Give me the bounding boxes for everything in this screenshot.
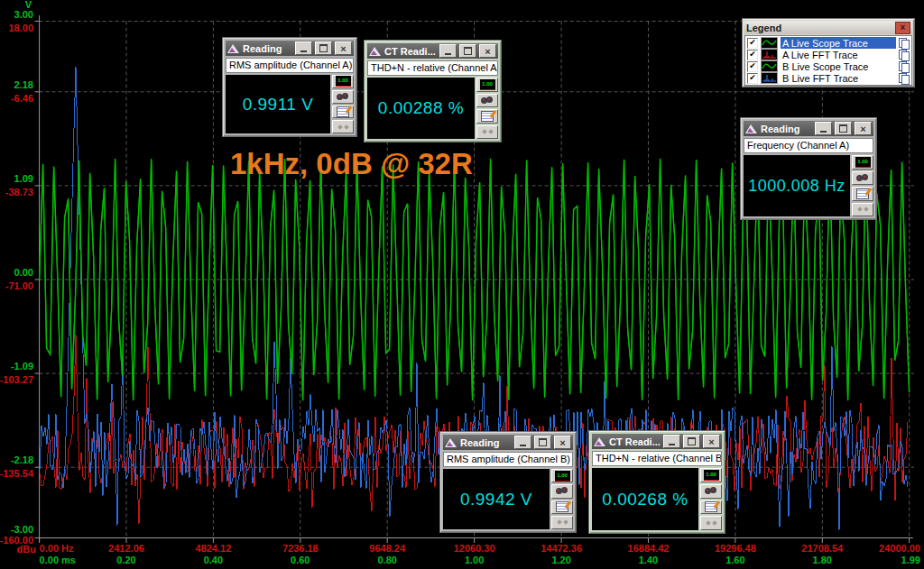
log-button[interactable]: [476, 109, 498, 124]
copy-trace-button[interactable]: [899, 38, 910, 49]
ct-reading-window-thdn-b[interactable]: CT Readi... × THD+N - relative (Channel …: [588, 430, 725, 534]
alarm-button[interactable]: [551, 484, 573, 498]
navigate-button[interactable]: [332, 120, 354, 133]
left-axis-labels: V3.0018.002.18-6.461.09-38.730.00-71.00-…: [0, 0, 36, 555]
display-format-icon: 1.00: [336, 76, 351, 87]
alarm-button[interactable]: [476, 94, 498, 108]
svg-text:18.00: 18.00: [8, 23, 33, 33]
navigate-icon: [858, 207, 868, 211]
minimize-icon: [445, 53, 451, 55]
maximize-button[interactable]: [315, 41, 332, 55]
legend-item-b-scope[interactable]: ✔ B Live Scope Trace: [746, 60, 910, 72]
close-button[interactable]: ×: [335, 41, 352, 55]
navigate-button[interactable]: [852, 203, 873, 217]
log-button[interactable]: [332, 106, 354, 119]
log-button[interactable]: [852, 187, 873, 201]
reading-window-frequency-a[interactable]: Reading × Frequency (Channel A) 1000.008…: [740, 117, 877, 220]
minimize-button[interactable]: [663, 435, 680, 448]
svg-text:21708.54: 21708.54: [801, 543, 844, 554]
window-titlebar[interactable]: CT Readi... ×: [592, 434, 722, 449]
svg-text:24000.00: 24000.00: [879, 543, 920, 554]
alarm-button[interactable]: [700, 484, 722, 499]
legend-item-label-area[interactable]: B Live FFT Trace: [781, 72, 896, 84]
legend-item-a-fft[interactable]: ✔ A Live FFT Trace: [746, 49, 910, 60]
reading-window-rms-a[interactable]: Reading × RMS amplitude (Channel A) 0.99…: [222, 37, 357, 137]
svg-text:1.00: 1.00: [465, 555, 484, 565]
minimize-button[interactable]: [514, 436, 531, 449]
close-button[interactable]: ×: [855, 122, 872, 135]
reading-display: 0.00268 %: [592, 468, 698, 530]
svg-text:1.99: 1.99: [901, 555, 920, 565]
window-titlebar[interactable]: Reading ×: [226, 41, 354, 56]
ct-reading-window-thdn-a[interactable]: CT Readi... × THD+N - relative (Channel …: [364, 40, 502, 142]
svg-text:0.60: 0.60: [291, 555, 310, 565]
trace-visibility-checkbox[interactable]: ✔: [747, 38, 758, 49]
svg-text:-71.00: -71.00: [5, 280, 33, 291]
minimize-icon: [669, 444, 675, 445]
fft-trace-icon: [761, 72, 778, 84]
svg-text:2.18: 2.18: [14, 79, 33, 90]
svg-text:-2.18: -2.18: [11, 454, 33, 465]
svg-text:0.40: 0.40: [204, 555, 223, 565]
svg-text:1.80: 1.80: [813, 555, 832, 565]
window-title: CT Readi...: [384, 46, 437, 57]
alarm-icon: [705, 486, 717, 496]
navigate-button[interactable]: [551, 516, 573, 529]
svg-text:16884.42: 16884.42: [628, 543, 670, 554]
window-titlebar[interactable]: Reading ×: [744, 121, 873, 136]
close-button[interactable]: ×: [554, 436, 571, 449]
close-button[interactable]: ×: [479, 44, 496, 58]
minimize-button[interactable]: [815, 122, 832, 135]
svg-text:4824.12: 4824.12: [196, 543, 232, 554]
legend-item-label: B Live FFT Trace: [782, 73, 858, 84]
display-format-button[interactable]: 1.00: [476, 78, 498, 92]
display-format-button[interactable]: 1.00: [332, 75, 354, 88]
close-icon: ×: [340, 44, 346, 53]
alarm-button[interactable]: [332, 90, 354, 104]
app-logo-icon: [369, 46, 381, 56]
legend-item-label-area[interactable]: B Live Scope Trace: [781, 60, 896, 72]
log-button[interactable]: [700, 500, 722, 515]
legend-item-label-area[interactable]: A Live Scope Trace: [781, 37, 896, 49]
window-titlebar[interactable]: CT Readi... ×: [367, 43, 498, 59]
display-format-button[interactable]: 1.00: [700, 468, 722, 482]
minimize-button[interactable]: [295, 41, 312, 55]
alarm-button[interactable]: [852, 171, 873, 186]
reading-parameter-label: RMS amplitude (Channel B): [443, 452, 573, 467]
reading-parameter-label: Frequency (Channel A): [744, 138, 873, 153]
maximize-button[interactable]: [683, 435, 700, 448]
svg-text:0.00: 0.00: [14, 267, 33, 278]
app-root: { "colors": { "background": "#000000", "…: [0, 0, 924, 569]
close-button[interactable]: ×: [703, 435, 720, 448]
legend-titlebar[interactable]: Legend ×: [744, 21, 912, 34]
svg-text:9648.24: 9648.24: [369, 543, 406, 554]
svg-text:0.00 Hz: 0.00 Hz: [40, 543, 74, 554]
maximize-button[interactable]: [534, 436, 551, 449]
svg-text:7236.18: 7236.18: [282, 543, 319, 554]
trace-visibility-checkbox[interactable]: ✔: [747, 61, 758, 72]
copy-trace-button[interactable]: [899, 50, 910, 60]
legend-window[interactable]: Legend × ✔ A Live Scope Trace ✔ A Live F…: [742, 18, 915, 87]
display-format-button[interactable]: 1.00: [852, 155, 873, 170]
trace-visibility-checkbox[interactable]: ✔: [747, 73, 758, 84]
legend-close-button[interactable]: ×: [895, 22, 910, 34]
legend-item-label: A Live Scope Trace: [782, 38, 868, 49]
svg-text:-1.09: -1.09: [11, 361, 33, 372]
svg-text:0.80: 0.80: [377, 555, 396, 565]
log-edit-icon: [556, 501, 568, 512]
minimize-button[interactable]: [439, 44, 457, 58]
log-button[interactable]: [551, 500, 573, 514]
trace-visibility-checkbox[interactable]: ✔: [747, 50, 758, 60]
reading-window-rms-b[interactable]: Reading × RMS amplitude (Channel B) 0.99…: [439, 431, 577, 533]
navigate-button[interactable]: [700, 516, 722, 530]
copy-trace-button[interactable]: [899, 73, 910, 84]
navigate-button[interactable]: [476, 125, 498, 140]
maximize-button[interactable]: [459, 44, 476, 58]
legend-item-label-area[interactable]: A Live FFT Trace: [781, 49, 896, 60]
legend-item-b-fft[interactable]: ✔ B Live FFT Trace: [746, 72, 910, 84]
maximize-button[interactable]: [835, 122, 852, 135]
display-format-button[interactable]: 1.00: [551, 469, 573, 482]
legend-item-a-scope[interactable]: ✔ A Live Scope Trace: [746, 37, 910, 49]
copy-trace-button[interactable]: [899, 61, 910, 72]
window-titlebar[interactable]: Reading ×: [443, 435, 573, 450]
